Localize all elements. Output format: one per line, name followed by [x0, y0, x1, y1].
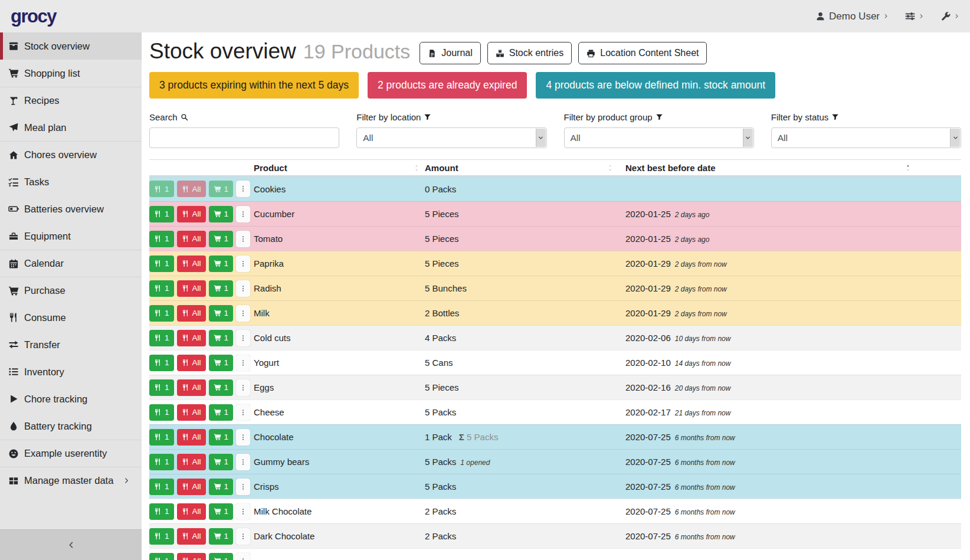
- app-logo[interactable]: grocy: [11, 6, 56, 27]
- consume-all-button[interactable]: All: [177, 355, 206, 371]
- row-menu-button[interactable]: [236, 206, 250, 222]
- add-to-shopping-list-button[interactable]: 1: [209, 479, 234, 495]
- consume-one-button[interactable]: 1: [149, 181, 174, 197]
- consume-one-button[interactable]: 1: [149, 330, 174, 346]
- consume-all-button[interactable]: All: [177, 231, 206, 247]
- row-menu-button[interactable]: [236, 305, 250, 322]
- product-group-filter-select[interactable]: All: [564, 127, 754, 148]
- consume-one-button[interactable]: 1: [149, 256, 174, 272]
- add-to-shopping-list-button[interactable]: 1: [209, 305, 234, 322]
- row-menu-button[interactable]: [236, 454, 250, 470]
- row-menu-button[interactable]: [236, 355, 250, 371]
- consume-one-button[interactable]: 1: [149, 379, 174, 396]
- consume-one-button[interactable]: 1: [149, 454, 174, 470]
- add-to-shopping-list-button[interactable]: 1: [209, 280, 234, 297]
- row-menu-button[interactable]: [236, 379, 250, 396]
- add-to-shopping-list-button[interactable]: 1: [209, 429, 234, 446]
- add-to-shopping-list-button[interactable]: 1: [209, 379, 234, 396]
- sidebar-item-consume[interactable]: Consume: [0, 304, 142, 331]
- row-menu-button[interactable]: [236, 528, 250, 545]
- column-header-amount[interactable]: Amount: [425, 160, 625, 175]
- consume-all-button[interactable]: All: [177, 528, 206, 545]
- row-menu-button[interactable]: [236, 553, 250, 560]
- add-to-shopping-list-button[interactable]: 1: [209, 206, 234, 222]
- consume-all-button[interactable]: All: [177, 256, 206, 272]
- sidebar-item-manage-master-data[interactable]: Manage master data: [0, 467, 142, 494]
- consume-all-button[interactable]: All: [177, 206, 206, 222]
- add-to-shopping-list-button[interactable]: 1: [209, 330, 234, 346]
- consume-all-button[interactable]: All: [177, 429, 206, 446]
- sidebar-item-transfer[interactable]: Transfer: [0, 331, 142, 358]
- sidebar-item-batteries-overview[interactable]: Batteries overview: [0, 195, 142, 222]
- row-menu-button[interactable]: [236, 256, 250, 272]
- admin-menu[interactable]: [940, 11, 959, 21]
- consume-one-button[interactable]: 1: [149, 553, 174, 560]
- add-to-shopping-list-button[interactable]: 1: [209, 231, 234, 247]
- sidebar-item-example-userentity[interactable]: Example userentity: [0, 440, 142, 467]
- add-to-shopping-list-button[interactable]: 1: [209, 503, 234, 520]
- consume-one-button[interactable]: 1: [149, 528, 174, 545]
- row-menu-button[interactable]: [236, 231, 250, 247]
- sidebar-item-shopping-list[interactable]: Shopping list: [0, 60, 142, 87]
- add-to-shopping-list-button[interactable]: 1: [209, 454, 234, 470]
- sidebar-item-chores-overview[interactable]: Chores overview: [0, 141, 142, 168]
- sidebar-item-chore-tracking[interactable]: Chore tracking: [0, 385, 142, 412]
- consume-all-button[interactable]: All: [177, 305, 206, 322]
- row-menu-button[interactable]: [236, 479, 250, 495]
- row-menu-button[interactable]: [236, 181, 250, 197]
- consume-one-button[interactable]: 1: [149, 206, 174, 222]
- column-header-next-best-before-date[interactable]: Next best before date: [625, 160, 961, 175]
- add-to-shopping-list-button[interactable]: 1: [209, 355, 234, 371]
- settings-menu[interactable]: [905, 11, 924, 21]
- sidebar-item-battery-tracking[interactable]: Battery tracking: [0, 412, 142, 440]
- row-menu-button[interactable]: [236, 429, 250, 446]
- sidebar-item-calendar[interactable]: Calendar: [0, 250, 142, 277]
- consume-one-button[interactable]: 1: [149, 231, 174, 247]
- product-name: Chocolate: [254, 432, 425, 442]
- row-menu-button[interactable]: [236, 503, 250, 520]
- user-menu[interactable]: Demo User: [815, 11, 889, 22]
- add-to-shopping-list-button[interactable]: 1: [209, 404, 234, 421]
- column-header-product[interactable]: Product: [254, 160, 425, 175]
- consume-one-button[interactable]: 1: [149, 503, 174, 520]
- consume-one-button[interactable]: 1: [149, 280, 174, 297]
- consume-one-button[interactable]: 1: [149, 479, 174, 495]
- row-menu-button[interactable]: [236, 404, 250, 421]
- add-to-shopping-list-button[interactable]: 1: [209, 181, 234, 197]
- add-to-shopping-list-button[interactable]: 1: [209, 553, 234, 560]
- below-min-stock-banner[interactable]: 4 products are below defined min. stock …: [536, 72, 775, 99]
- consume-all-button[interactable]: All: [177, 553, 206, 560]
- consume-all-button[interactable]: All: [177, 479, 206, 495]
- journal-button[interactable]: Journal: [420, 42, 480, 64]
- consume-one-button[interactable]: 1: [149, 355, 174, 371]
- stock-entries-button[interactable]: Stock entries: [487, 42, 572, 64]
- consume-one-button[interactable]: 1: [149, 429, 174, 446]
- status-filter-select[interactable]: All: [771, 127, 961, 148]
- sidebar-item-equipment[interactable]: Equipment: [0, 222, 142, 250]
- consume-all-button[interactable]: All: [177, 503, 206, 520]
- location-content-sheet-button[interactable]: Location Content Sheet: [578, 42, 707, 64]
- consume-one-button[interactable]: 1: [149, 305, 174, 322]
- add-to-shopping-list-button[interactable]: 1: [209, 528, 234, 545]
- sidebar-collapse-button[interactable]: [0, 529, 142, 560]
- expired-banner[interactable]: 2 products are already expired: [368, 72, 527, 99]
- consume-all-button[interactable]: All: [177, 330, 206, 346]
- sidebar-item-inventory[interactable]: Inventory: [0, 358, 142, 385]
- consume-all-button[interactable]: All: [177, 280, 206, 297]
- consume-all-button[interactable]: All: [177, 454, 206, 470]
- expiring-banner[interactable]: 3 products expiring within the next 5 da…: [149, 72, 359, 99]
- sidebar-item-stock-overview[interactable]: Stock overview: [0, 32, 142, 60]
- consume-one-button[interactable]: 1: [149, 404, 174, 421]
- sidebar-item-tasks[interactable]: Tasks: [0, 168, 142, 195]
- location-filter-select[interactable]: All: [356, 127, 546, 148]
- consume-all-button[interactable]: All: [177, 379, 206, 396]
- row-menu-button[interactable]: [236, 330, 250, 346]
- sidebar-item-meal-plan[interactable]: Meal plan: [0, 114, 142, 141]
- sidebar-item-purchase[interactable]: Purchase: [0, 277, 142, 304]
- search-input[interactable]: [149, 127, 339, 148]
- row-menu-button[interactable]: [236, 280, 250, 297]
- sidebar-item-recipes[interactable]: Recipes: [0, 87, 142, 114]
- consume-all-button[interactable]: All: [177, 181, 206, 197]
- consume-all-button[interactable]: All: [177, 404, 206, 421]
- add-to-shopping-list-button[interactable]: 1: [209, 256, 234, 272]
